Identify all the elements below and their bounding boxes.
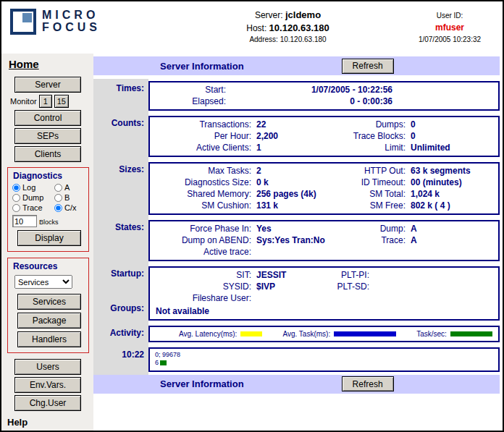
field-value: 00 (minutes) bbox=[406, 177, 498, 187]
latency-legend-label: Avg. Latency(ms): bbox=[179, 330, 237, 338]
body: Home Server Monitor 1 15 Control SEPs Cl… bbox=[1, 54, 503, 431]
field-value: A bbox=[406, 235, 498, 245]
home-link[interactable]: Home bbox=[9, 58, 39, 70]
field-label: Elapsed: bbox=[150, 96, 226, 106]
page-title-bottom: Server Information bbox=[160, 378, 244, 389]
logo-line-1: MICRO bbox=[42, 9, 101, 22]
user-block: User ID: mfuser 1/07/2005 10:23:32 bbox=[403, 7, 497, 45]
users-button[interactable]: Users bbox=[14, 359, 81, 375]
sizes-section: Sizes: Max Tasks:2HTTP Out:63 k segments… bbox=[93, 160, 503, 218]
a-radio[interactable]: A bbox=[54, 183, 70, 192]
env-vars-button[interactable]: Env.Vars. bbox=[14, 377, 81, 393]
control-button[interactable]: Control bbox=[14, 110, 81, 126]
startup-section-label: Startup: bbox=[111, 268, 144, 279]
counts-section: Counts: Transactions:22Dumps:0 Per Hour:… bbox=[93, 114, 503, 160]
log-radio[interactable]: Log bbox=[12, 183, 54, 192]
log-radio-input[interactable] bbox=[12, 184, 20, 192]
field-value: JESSIT bbox=[251, 270, 329, 280]
field-value: 1 bbox=[251, 143, 329, 153]
field-value: 1,024 k bbox=[406, 189, 498, 199]
microfocus-logo-text: MICRO FOCUS bbox=[42, 9, 101, 34]
monitor-row: Monitor 1 15 bbox=[10, 95, 91, 108]
microfocus-logo-icon bbox=[10, 9, 36, 35]
activity-section-label: Activity: bbox=[110, 328, 144, 338]
main-content: Server Information Refresh Times: Start:… bbox=[93, 54, 503, 431]
chg-user-button[interactable]: Chg.User bbox=[14, 395, 81, 411]
field-label: SM Cushion: bbox=[150, 200, 251, 211]
host-line: Host: 10.120.63.180 bbox=[173, 22, 403, 35]
handlers-button[interactable]: Handlers bbox=[17, 331, 81, 347]
field-label: Trace: bbox=[329, 235, 406, 245]
resources-group: Resources Services Services Package Hand… bbox=[7, 258, 89, 353]
times-grid: Start: 1/07/2005 - 10:22:56 Elapsed: 0 -… bbox=[150, 85, 498, 106]
field-label: SIT: bbox=[150, 270, 251, 280]
diagnostics-group: Diagnostics Log A Dump B Trace C/x Block… bbox=[7, 167, 89, 252]
groups-value: Not available bbox=[150, 303, 498, 316]
field-label: SYSID: bbox=[150, 281, 251, 292]
field-value: 0 bbox=[406, 131, 498, 141]
cx-radio-input[interactable] bbox=[54, 204, 62, 212]
trace-radio-label: Trace bbox=[22, 203, 43, 212]
task-sec-mini-bar-icon bbox=[160, 360, 167, 365]
services-button[interactable]: Services bbox=[17, 294, 81, 310]
server-label: Server: bbox=[255, 10, 283, 20]
field-label: Fileshare User: bbox=[150, 293, 251, 303]
a-radio-label: A bbox=[64, 183, 70, 192]
address-value: 10.120.63.180 bbox=[280, 35, 327, 43]
monitor-1-button[interactable]: 1 bbox=[39, 95, 52, 108]
cx-radio[interactable]: C/x bbox=[54, 203, 77, 212]
blocks-label: Blocks bbox=[39, 219, 59, 227]
counts-section-label: Counts: bbox=[112, 118, 144, 128]
field-label: Shared Memory: bbox=[150, 189, 251, 199]
page-title: Server Information bbox=[160, 61, 244, 72]
cx-radio-label: C/x bbox=[64, 203, 77, 212]
a-radio-input[interactable] bbox=[54, 184, 62, 192]
timestamp: 1/07/2005 10:23:32 bbox=[403, 34, 497, 45]
field-value: 1/07/2005 - 10:22:56 bbox=[226, 85, 392, 95]
logo-line-2: FOCUS bbox=[42, 22, 101, 34]
field-label: Start: bbox=[150, 85, 226, 95]
refresh-button-bottom[interactable]: Refresh bbox=[342, 376, 394, 391]
field-label: PLT-PI: bbox=[329, 270, 369, 280]
monitor-15-button[interactable]: 15 bbox=[54, 95, 69, 108]
package-button[interactable]: Package bbox=[17, 313, 81, 329]
activity-data-row: 10:22 0; 99678 6 bbox=[93, 345, 503, 375]
field-value: 131 k bbox=[251, 200, 329, 211]
field-value: Sys:Yes Tran:No bbox=[251, 235, 329, 245]
field-value: Yes bbox=[251, 224, 329, 234]
trace-radio-input[interactable] bbox=[12, 204, 20, 212]
field-label: Limit: bbox=[329, 143, 406, 153]
b-radio-label: B bbox=[64, 193, 70, 202]
seps-button[interactable]: SEPs bbox=[14, 128, 81, 144]
field-value: 0 k bbox=[251, 177, 329, 187]
refresh-button-top[interactable]: Refresh bbox=[342, 59, 394, 74]
server-identity: Server: jcldemo Host: 10.120.63.180 Addr… bbox=[173, 7, 403, 45]
sidebar: Home Server Monitor 1 15 Control SEPs Cl… bbox=[1, 54, 93, 431]
server-button[interactable]: Server bbox=[14, 77, 81, 93]
microfocus-logo: MICRO FOCUS bbox=[10, 9, 173, 35]
b-radio-input[interactable] bbox=[54, 194, 62, 202]
clients-button[interactable]: Clients bbox=[14, 146, 81, 162]
field-label: HTTP Out: bbox=[329, 166, 406, 176]
field-label: Dumps: bbox=[329, 119, 406, 130]
activity-legend: Avg. Latency(ms): Avg. Task(ms): Task/se… bbox=[148, 326, 500, 342]
host-label: Host: bbox=[246, 23, 266, 33]
resources-select[interactable]: Services bbox=[14, 275, 72, 289]
field-value: 256 pages (4k) bbox=[251, 189, 329, 199]
display-button[interactable]: Display bbox=[17, 230, 81, 246]
task-sec-bar-icon bbox=[450, 331, 492, 336]
b-radio[interactable]: B bbox=[54, 193, 70, 202]
help-label: Help bbox=[7, 417, 91, 428]
server-name: jcldemo bbox=[285, 9, 321, 20]
trace-radio[interactable]: Trace bbox=[12, 203, 54, 212]
blocks-input[interactable] bbox=[12, 215, 37, 227]
dump-radio[interactable]: Dump bbox=[12, 193, 54, 202]
counts-grid: Transactions:22Dumps:0 Per Hour:2,200Tra… bbox=[150, 119, 498, 153]
field-value: 0 - 0:00:36 bbox=[226, 96, 392, 106]
dump-radio-input[interactable] bbox=[12, 194, 20, 202]
field-label: Max Tasks: bbox=[150, 166, 251, 176]
field-label: Dump on ABEND: bbox=[150, 235, 251, 245]
field-label: Per Hour: bbox=[150, 131, 251, 141]
activity-section: Activity: Avg. Latency(ms): Avg. Task(ms… bbox=[93, 323, 503, 345]
field-label: Active Clients: bbox=[150, 143, 251, 153]
